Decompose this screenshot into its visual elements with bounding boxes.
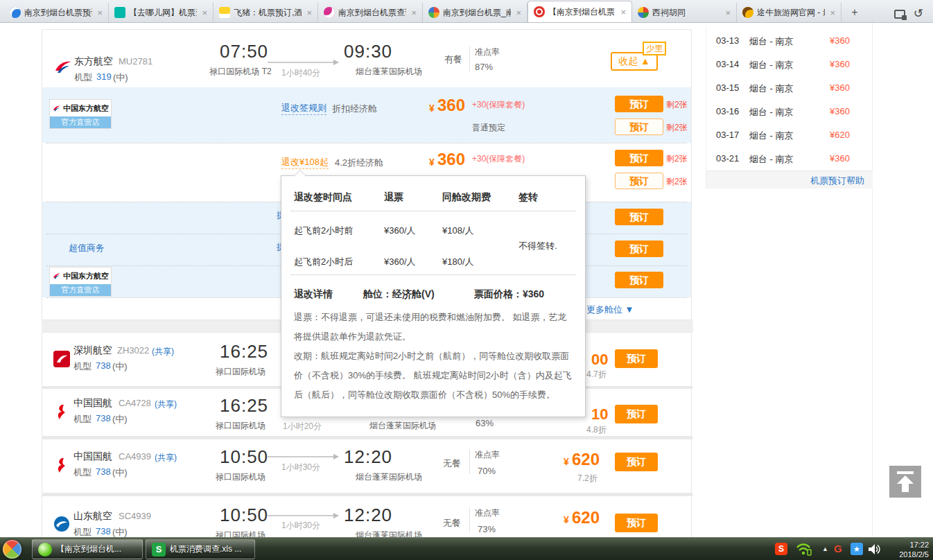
back-to-top-button[interactable]: [889, 466, 921, 498]
wps-icon: S: [152, 543, 166, 557]
undo-icon[interactable]: ↺: [914, 8, 923, 19]
eastern-official-shop-logo: 中国东方航空 官方直营店: [49, 99, 112, 129]
aircraft-model-label: 机型: [73, 413, 91, 426]
route: 烟台 - 南京: [749, 130, 794, 142]
aircraft-model-link[interactable]: 738: [96, 413, 111, 423]
airline-name: 东方航空: [74, 55, 113, 68]
codeshare-tag: (共享): [155, 452, 177, 464]
route: 烟台 - 南京: [749, 153, 794, 166]
flight-duration: 1小时30分: [268, 520, 334, 532]
depart-time: 07:50: [220, 41, 268, 62]
sidebar-date-row[interactable]: 03-16 烟台 - 南京 ¥360: [706, 100, 873, 123]
close-icon[interactable]: ×: [828, 8, 837, 18]
close-icon[interactable]: ×: [96, 8, 104, 18]
taskbar-clock[interactable]: 17:22 2018/2/5: [879, 540, 929, 559]
browser-tab-4[interactable]: 南京到烟台机票查询 ×: [318, 3, 423, 22]
window-title: 机票消费调查.xls ...: [170, 543, 241, 555]
close-icon[interactable]: ×: [619, 7, 627, 17]
book-button[interactable]: 预订: [615, 150, 663, 166]
aircraft-model-link[interactable]: 319: [96, 71, 112, 82]
aircraft-model-link[interactable]: 738: [96, 360, 111, 371]
book-button-outline[interactable]: 预订: [615, 119, 663, 135]
fare-price: 360: [437, 96, 465, 115]
rule-cell: 起飞前2小时后: [294, 256, 353, 268]
new-tab-button[interactable]: +: [846, 4, 864, 21]
sogou-input-icon[interactable]: S: [775, 543, 787, 555]
sidebar-date-row[interactable]: 03-14 烟台 - 南京 ¥360: [706, 53, 873, 76]
browser-tab-active[interactable]: 【南京到烟台机票】 ×: [527, 1, 632, 22]
aircraft-size: (中): [112, 413, 128, 426]
aircraft-size: (中): [113, 71, 128, 84]
rule-cell: ¥360/人: [384, 225, 416, 237]
aircraft-model-link[interactable]: 738: [96, 466, 111, 477]
air-china-logo-icon: [53, 404, 70, 421]
punctuality-value: 73%: [478, 524, 496, 534]
meal-info: 无餐: [443, 457, 461, 470]
col-header: 退改签时间点: [294, 191, 352, 204]
book-button-outline[interactable]: 预订: [615, 173, 663, 189]
windows-taskbar: 【南京到烟台机... S 机票消费调查.xls ... S ▲ G ★ 17:2…: [0, 537, 933, 560]
close-icon[interactable]: ×: [200, 8, 209, 18]
aircraft-model-link[interactable]: 738: [96, 526, 111, 536]
tab-title: 南京到烟台机票_南: [443, 7, 511, 19]
taskbar-window-spreadsheet[interactable]: S 机票消费调查.xls ...: [146, 539, 255, 559]
browser-tab-3[interactable]: 飞猪：机票预订,酒 ×: [213, 3, 318, 22]
fare-row-1: 中国东方航空 官方直营店 退改签规则 折扣经济舱 ¥ 360 +30(保障套餐)…: [42, 87, 691, 143]
close-icon[interactable]: ×: [305, 8, 313, 18]
book-button[interactable]: 预订: [615, 349, 658, 368]
browser-tab-2[interactable]: 【去哪儿网】机票查 ×: [109, 3, 213, 22]
more-cabins-link[interactable]: 更多舱位 ▼: [586, 304, 634, 316]
flight-number: CA4728: [119, 398, 151, 408]
fare-option-label: 普通预定: [472, 122, 505, 134]
browser-tab-7[interactable]: 西祠胡同 ×: [632, 3, 737, 22]
tab-restore-icon[interactable]: [894, 10, 905, 19]
wifi-icon[interactable]: [796, 542, 812, 557]
book-button[interactable]: 预订: [615, 209, 663, 225]
aircraft-model-label: 机型: [73, 360, 91, 373]
route: 烟台 - 南京: [749, 106, 794, 119]
divider: [469, 46, 470, 71]
window-title: 【南京到烟台机...: [56, 543, 121, 555]
book-button[interactable]: 预订: [615, 453, 658, 471]
close-icon[interactable]: ×: [410, 8, 418, 18]
change-fee-link[interactable]: 退改¥108起: [281, 156, 329, 169]
price: ¥360: [830, 106, 850, 116]
date-price-sidebar: 03-13 烟台 - 南京 ¥360 03-14 烟台 - 南京 ¥360 03…: [706, 28, 872, 189]
codeshare-tag: (共享): [152, 346, 174, 358]
arrive-time: 12:20: [344, 505, 392, 526]
browser-tab-8[interactable]: 途牛旅游网官网 - 最 ×: [737, 3, 842, 22]
book-button[interactable]: 预订: [615, 240, 663, 257]
rule-cell: ¥180/人: [442, 256, 474, 268]
dict-star-icon[interactable]: ★: [851, 543, 863, 555]
flight-number: CA4939: [119, 451, 151, 462]
shop-sub: 官方直营店: [50, 284, 111, 296]
sidebar-date-row[interactable]: 03-15 烟台 - 南京 ¥360: [706, 76, 873, 100]
book-button[interactable]: 预订: [615, 272, 663, 288]
close-icon[interactable]: ×: [514, 8, 523, 18]
start-button[interactable]: [3, 540, 21, 559]
screen: 南京到烟台机票预订 × 【去哪儿网】机票查 × 飞猪：机票预订,酒 × 南京到烟…: [0, 0, 933, 560]
currency: ¥: [429, 157, 435, 168]
date: 03-13: [716, 35, 739, 46]
clock-time: 17:22: [879, 540, 929, 550]
tray-expand-icon[interactable]: ▲: [822, 545, 828, 552]
book-button[interactable]: 预订: [615, 514, 658, 532]
close-icon[interactable]: ×: [724, 8, 732, 18]
browser-tab-5[interactable]: 南京到烟台机票_南 ×: [423, 3, 527, 22]
tab-title: 途牛旅游网官网 - 最: [757, 7, 825, 19]
book-button[interactable]: 预订: [615, 96, 663, 112]
premium-business-label[interactable]: 超值商务: [69, 242, 105, 254]
flight-arrow: [268, 456, 334, 457]
sidebar-date-row[interactable]: 03-21 烟台 - 南京 ¥360: [706, 147, 873, 170]
aircraft-model-label: 机型: [74, 71, 92, 84]
flight-number: SC4939: [119, 511, 151, 521]
g-tray-icon[interactable]: G: [834, 543, 842, 554]
aircraft-size: (中): [112, 466, 128, 479]
refund-rule-link[interactable]: 退改签规则: [281, 102, 326, 115]
sidebar-date-row[interactable]: 03-17 烟台 - 南京 ¥620: [706, 123, 873, 147]
taskbar-window-browser[interactable]: 【南京到烟台机...: [32, 539, 143, 559]
sidebar-date-row[interactable]: 03-13 烟台 - 南京 ¥360: [706, 29, 873, 53]
book-button[interactable]: 预订: [615, 405, 658, 423]
booking-help-link[interactable]: 机票预订帮助: [810, 175, 864, 186]
browser-tab-1[interactable]: 南京到烟台机票预订 ×: [4, 3, 109, 22]
